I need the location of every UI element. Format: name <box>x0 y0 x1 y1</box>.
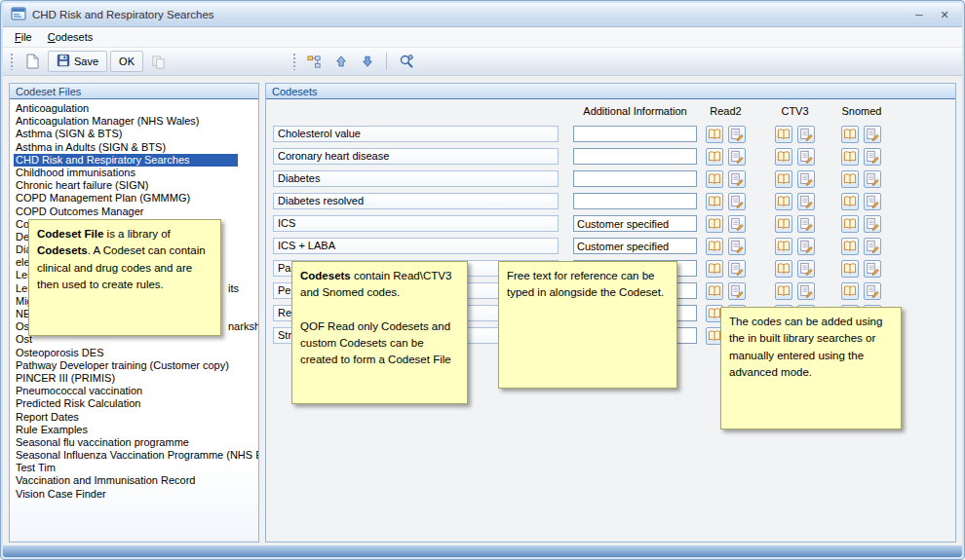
ctv3-library-book-icon[interactable] <box>775 170 792 188</box>
codeset-file-item[interactable]: COPD Outcomes Manager <box>14 205 258 218</box>
ctv3-library-book-icon[interactable] <box>775 193 792 210</box>
codeset-row: Coronary heart disease <box>266 145 955 168</box>
snomed-advanced-edit-icon[interactable] <box>864 148 881 166</box>
codeset-file-item[interactable]: Osteoporosis DES <box>14 347 258 359</box>
hierarchy-icon[interactable] <box>302 51 327 72</box>
codeset-file-item[interactable]: Report Dates <box>14 411 258 424</box>
snomed-library-book-icon[interactable] <box>841 126 859 143</box>
ctv3-library-book-icon[interactable] <box>775 148 792 166</box>
ctv3-advanced-edit-icon[interactable] <box>797 238 815 255</box>
read2-advanced-edit-icon[interactable] <box>728 126 746 143</box>
codeset-file-item[interactable]: Asthma (SIGN & BTS) <box>14 128 258 140</box>
codeset-file-item[interactable]: Childhood immunisations <box>14 167 258 179</box>
ctv3-library-book-icon[interactable] <box>775 260 792 278</box>
snomed-library-book-icon[interactable] <box>841 282 859 300</box>
menu-codesets[interactable]: Codesets <box>40 29 100 45</box>
minimize-button[interactable]: ─ <box>909 9 929 20</box>
new-document-icon[interactable] <box>19 51 45 72</box>
codeset-name-box[interactable]: Diabetes resolved <box>273 193 559 209</box>
snomed-library-book-icon[interactable] <box>841 260 859 278</box>
move-up-icon[interactable] <box>329 51 353 72</box>
snomed-advanced-edit-icon[interactable] <box>864 170 881 188</box>
save-button[interactable]: Save <box>48 51 107 72</box>
read2-advanced-edit-icon[interactable] <box>728 193 746 210</box>
ctv3-icon-group <box>775 260 815 278</box>
ctv3-advanced-edit-icon[interactable] <box>797 148 815 166</box>
codeset-name-box[interactable]: ICS + LABA <box>273 238 559 254</box>
ctv3-icon-group <box>775 126 815 143</box>
additional-information-input[interactable] <box>573 193 697 209</box>
ctv3-library-book-icon[interactable] <box>775 238 792 255</box>
snomed-library-book-icon[interactable] <box>841 170 859 188</box>
snomed-library-book-icon[interactable] <box>841 215 859 233</box>
snomed-advanced-edit-icon[interactable] <box>864 282 881 300</box>
snomed-advanced-edit-icon[interactable] <box>864 238 881 255</box>
snomed-library-book-icon[interactable] <box>841 193 859 210</box>
read2-library-book-icon[interactable] <box>706 282 723 300</box>
read2-library-book-icon[interactable] <box>706 148 723 166</box>
codeset-file-item-label: PINCER III (PRIMIS) <box>16 372 115 384</box>
snomed-advanced-edit-icon[interactable] <box>864 126 881 143</box>
move-down-icon[interactable] <box>356 51 379 72</box>
codeset-file-item[interactable]: Predicted Risk Calculation <box>14 397 258 410</box>
read2-advanced-edit-icon[interactable] <box>728 238 746 255</box>
codeset-file-item[interactable]: Asthma in Adults (SIGN & BTS) <box>14 141 258 154</box>
codeset-name-box[interactable]: Coronary heart disease <box>273 148 559 165</box>
read2-library-book-icon[interactable] <box>706 170 723 188</box>
additional-information-input[interactable] <box>573 148 697 165</box>
read2-library-book-icon[interactable] <box>706 215 723 233</box>
codeset-name-box[interactable]: ICS <box>273 215 559 232</box>
ctv3-advanced-edit-icon[interactable] <box>797 170 815 188</box>
codeset-file-item[interactable]: Seasonal Influenza Vaccination Programme… <box>14 449 258 462</box>
ctv3-advanced-edit-icon[interactable] <box>797 282 815 300</box>
additional-information-input[interactable] <box>573 126 697 142</box>
ctv3-advanced-edit-icon[interactable] <box>797 126 815 143</box>
ctv3-advanced-edit-icon[interactable] <box>797 215 815 233</box>
copy-icon[interactable] <box>146 51 171 72</box>
snomed-advanced-edit-icon[interactable] <box>864 193 881 210</box>
ok-button[interactable]: OK <box>110 51 143 72</box>
additional-information-input[interactable] <box>573 170 697 187</box>
codeset-file-item[interactable]: Test Tim <box>14 462 258 474</box>
read2-library-book-icon[interactable] <box>706 238 723 255</box>
read2-advanced-edit-icon[interactable] <box>728 170 746 188</box>
snomed-library-book-icon[interactable] <box>841 238 859 255</box>
note-3: Free text for reference can be typed in … <box>498 261 677 389</box>
codeset-file-item[interactable]: Anticoagulation <box>14 102 258 115</box>
codeset-file-item[interactable]: Seasonal flu vaccination programme <box>14 436 258 449</box>
codeset-file-item[interactable]: Vaccination and Immunisation Record <box>14 474 258 487</box>
codeset-file-item[interactable]: Pathway Developer training (Customer cop… <box>14 359 258 372</box>
ctv3-library-book-icon[interactable] <box>775 282 792 300</box>
codeset-file-item[interactable]: COPD Management Plan (GMMMG) <box>14 192 258 205</box>
snomed-advanced-edit-icon[interactable] <box>864 215 881 233</box>
codeset-name-box[interactable]: Cholesterol value <box>273 126 559 142</box>
snomed-library-book-icon[interactable] <box>841 148 859 166</box>
snomed-advanced-edit-icon[interactable] <box>864 260 881 278</box>
codeset-file-item-label: COPD Outcomes Manager <box>16 205 143 217</box>
read2-advanced-edit-icon[interactable] <box>728 260 746 278</box>
search-settings-icon[interactable] <box>394 51 419 72</box>
codeset-file-item[interactable]: Anticoagulation Manager (NHS Wales) <box>14 115 258 128</box>
additional-information-input[interactable] <box>573 238 697 254</box>
read2-library-book-icon[interactable] <box>706 126 723 143</box>
read2-advanced-edit-icon[interactable] <box>728 215 746 233</box>
codeset-file-item[interactable]: PINCER III (PRIMIS) <box>14 372 258 385</box>
menu-file[interactable]: File <box>7 29 40 45</box>
ctv3-advanced-edit-icon[interactable] <box>797 193 815 210</box>
read2-advanced-edit-icon[interactable] <box>728 282 746 300</box>
read2-advanced-edit-icon[interactable] <box>728 148 746 166</box>
ctv3-advanced-edit-icon[interactable] <box>797 260 815 278</box>
codeset-name-box[interactable]: Diabetes <box>273 170 559 187</box>
read2-library-book-icon[interactable] <box>706 260 723 278</box>
ctv3-library-book-icon[interactable] <box>775 215 792 233</box>
codeset-file-item[interactable]: Pneumococcal vaccination <box>14 385 258 397</box>
codeset-file-item-label: CHD Risk and Respiratory Searches <box>16 154 190 166</box>
ctv3-library-book-icon[interactable] <box>775 126 792 143</box>
codeset-file-item[interactable]: Rule Examples <box>14 424 258 436</box>
read2-library-book-icon[interactable] <box>706 193 723 210</box>
codeset-file-item[interactable]: Vision Case Finder <box>14 488 258 501</box>
additional-information-input[interactable] <box>573 215 697 232</box>
codeset-file-item[interactable]: Chronic heart failure (SIGN) <box>14 179 258 192</box>
close-button[interactable]: ✕ <box>935 9 954 21</box>
codeset-file-item[interactable]: CHD Risk and Respiratory Searches <box>14 154 238 167</box>
